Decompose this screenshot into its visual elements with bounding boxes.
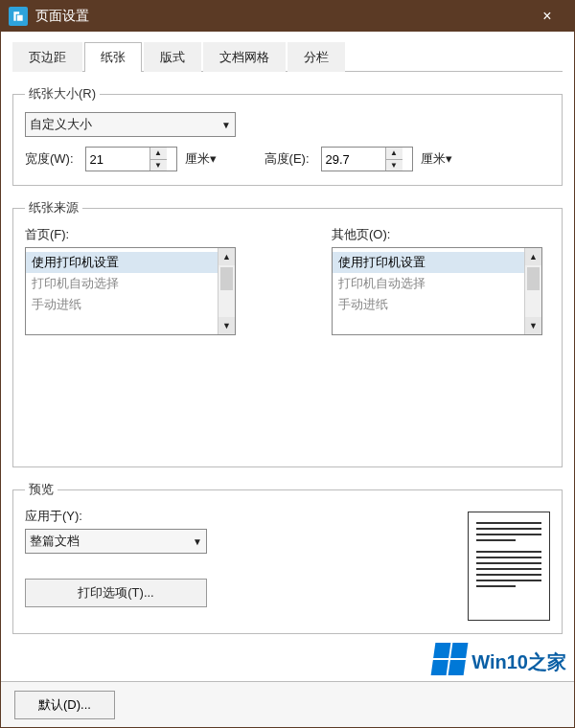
preview-legend: 预览 — [25, 481, 58, 498]
window-title: 页面设置 — [35, 8, 528, 25]
scroll-up-icon[interactable]: ▲ — [218, 248, 235, 265]
tab-layout[interactable]: 版式 — [144, 42, 201, 72]
preview-group: 预览 应用于(Y): 整篇文档 ▼ 打印选项(T)... — [12, 481, 563, 634]
scroll-down-icon[interactable]: ▼ — [525, 317, 541, 334]
windows-logo-icon — [431, 643, 469, 675]
spin-up-icon[interactable]: ▲ — [150, 148, 167, 160]
list-item[interactable]: 打印机自动选择 — [333, 273, 524, 294]
tab-margins[interactable]: 页边距 — [12, 42, 82, 72]
watermark-suffix: 之家 — [528, 651, 566, 672]
scroll-down-icon[interactable]: ▼ — [218, 317, 235, 334]
scroll-thumb[interactable] — [527, 267, 540, 290]
scrollbar[interactable]: ▲ ▼ — [218, 248, 235, 334]
app-logo-icon — [9, 7, 28, 26]
spin-down-icon[interactable]: ▼ — [386, 160, 402, 171]
first-page-listbox[interactable]: 使用打印机设置 打印机自动选择 手动进纸 ▲ ▼ — [25, 247, 236, 335]
first-page-label: 首页(F): — [25, 226, 236, 243]
tab-columns[interactable]: 分栏 — [288, 42, 345, 72]
apply-to-combo[interactable]: 整篇文档 ▼ — [25, 529, 207, 554]
default-button[interactable]: 默认(D)... — [14, 691, 115, 719]
other-pages-listbox[interactable]: 使用打印机设置 打印机自动选择 手动进纸 ▲ ▼ — [332, 247, 542, 335]
spin-down-icon[interactable]: ▼ — [150, 160, 167, 171]
height-spinner[interactable]: ▲ ▼ — [321, 147, 413, 171]
print-options-button[interactable]: 打印选项(T)... — [25, 579, 207, 607]
spin-up-icon[interactable]: ▲ — [386, 148, 402, 160]
list-item[interactable]: 使用打印机设置 — [333, 252, 524, 273]
scrollbar[interactable]: ▲ ▼ — [524, 248, 541, 334]
apply-to-value: 整篇文档 — [30, 533, 80, 550]
paper-size-group: 纸张大小(R) 自定义大小 ▼ 宽度(W): ▲ ▼ 厘米▾ — [12, 85, 563, 186]
close-button[interactable]: × — [528, 1, 566, 32]
list-item[interactable]: 手动进纸 — [333, 294, 524, 315]
watermark: Win10之家 www.win10xitong.com — [433, 643, 566, 675]
watermark-brand: Win10 — [472, 651, 528, 672]
list-item[interactable]: 打印机自动选择 — [26, 273, 218, 294]
paper-size-value: 自定义大小 — [30, 116, 92, 133]
page-preview-thumbnail — [468, 512, 550, 621]
tab-strip: 页边距 纸张 版式 文档网格 分栏 — [12, 41, 563, 72]
height-input[interactable] — [322, 148, 385, 171]
width-input[interactable] — [86, 148, 150, 171]
tab-grid[interactable]: 文档网格 — [203, 42, 286, 72]
height-label: 高度(E): — [264, 150, 310, 168]
width-unit-dropdown[interactable]: 厘米▾ — [185, 150, 217, 168]
paper-source-group: 纸张来源 首页(F): 使用打印机设置 打印机自动选择 手动进纸 ▲ — [12, 199, 563, 467]
dialog-footer: 默认(D)... — [1, 681, 574, 727]
scroll-up-icon[interactable]: ▲ — [525, 248, 541, 265]
chevron-down-icon: ▼ — [193, 536, 202, 547]
paper-source-legend: 纸张来源 — [25, 199, 82, 216]
width-spinner[interactable]: ▲ ▼ — [85, 147, 177, 171]
width-label: 宽度(W): — [25, 150, 74, 168]
paper-size-legend: 纸张大小(R) — [25, 85, 100, 102]
other-pages-label: 其他页(O): — [332, 226, 542, 243]
list-item[interactable]: 手动进纸 — [26, 294, 218, 315]
height-unit-dropdown[interactable]: 厘米▾ — [421, 150, 452, 168]
paper-size-combo[interactable]: 自定义大小 ▼ — [25, 112, 236, 137]
list-item[interactable]: 使用打印机设置 — [26, 252, 218, 273]
tab-paper[interactable]: 纸张 — [84, 42, 142, 72]
chevron-down-icon: ▼ — [221, 120, 231, 130]
dialog-window: 页面设置 × 页边距 纸张 版式 文档网格 分栏 纸张大小(R) 自定义大小 ▼… — [0, 0, 575, 728]
titlebar: 页面设置 × — [1, 1, 574, 32]
scroll-thumb[interactable] — [220, 267, 233, 290]
